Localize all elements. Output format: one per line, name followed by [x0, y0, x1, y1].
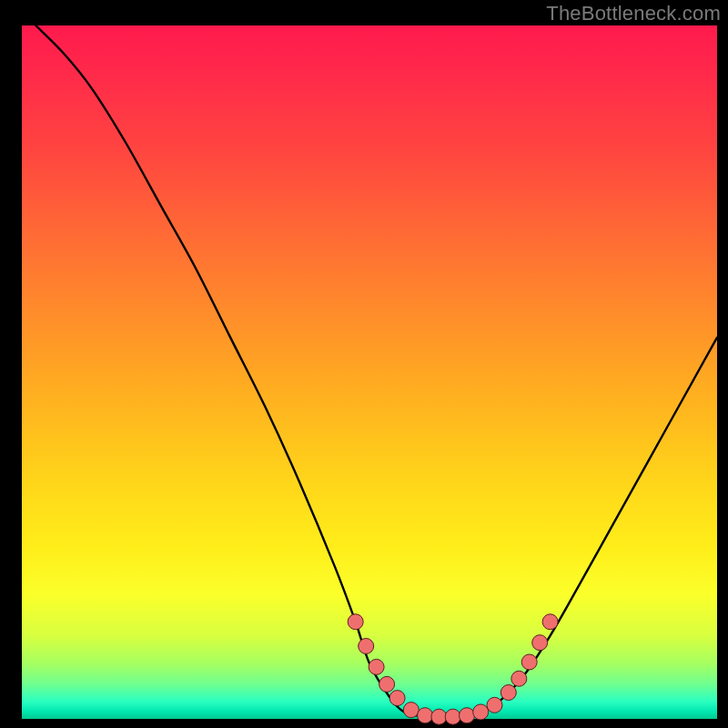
highlight-dot [348, 614, 363, 630]
highlight-dot [542, 614, 558, 630]
highlight-dot [460, 708, 475, 723]
watermark-label: TheBottleneck.com [546, 2, 721, 25]
highlight-dot [511, 671, 527, 686]
highlight-dot [403, 703, 419, 718]
highlight-dot [389, 691, 405, 706]
highlight-dot [379, 676, 395, 692]
highlight-dot [418, 708, 433, 723]
highlight-dot [445, 709, 460, 724]
chart-frame: TheBottleneck.com [0, 0, 728, 728]
highlight-dot [473, 704, 489, 720]
highlight-dot [487, 697, 502, 713]
bottleneck-chart [0, 0, 728, 728]
highlight-dot [359, 639, 374, 654]
highlight-dot [532, 635, 548, 651]
highlight-dot [500, 685, 516, 701]
highlight-dot [369, 659, 384, 674]
highlight-dot [521, 654, 537, 670]
curve-line [35, 25, 717, 718]
highlight-dot [431, 709, 447, 724]
